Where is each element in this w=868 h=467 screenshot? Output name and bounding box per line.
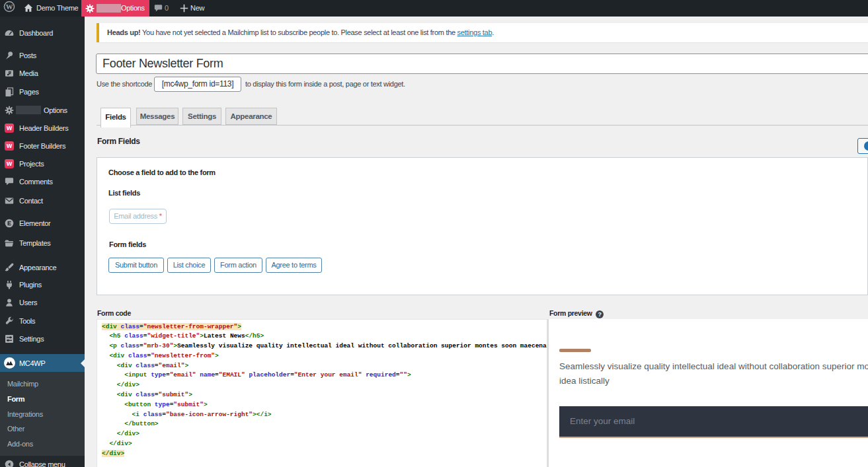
svg-text:W: W (6, 3, 13, 11)
